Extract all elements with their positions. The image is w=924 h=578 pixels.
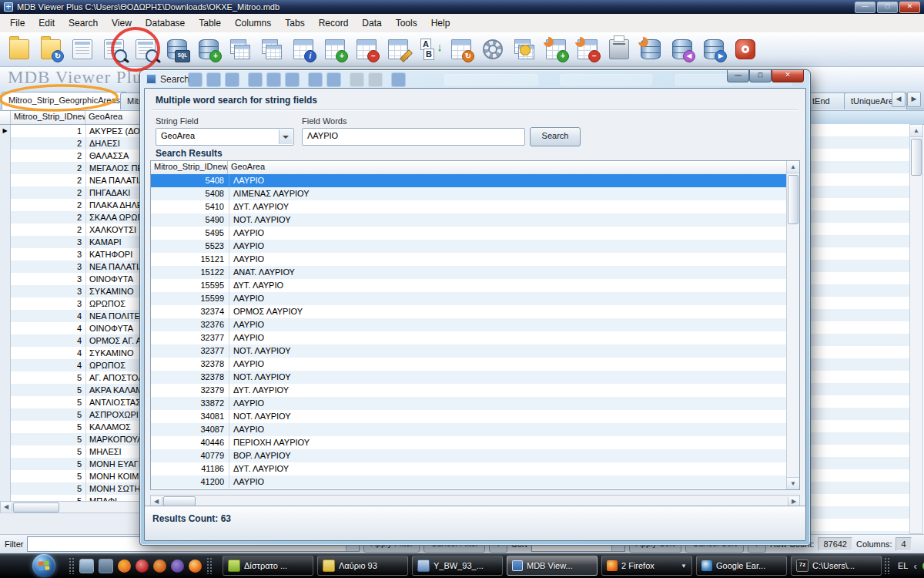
refresh-folder-icon[interactable]: ↻ bbox=[38, 36, 64, 62]
menu-item[interactable]: Edit bbox=[32, 15, 62, 31]
menu-item[interactable]: Database bbox=[139, 15, 192, 31]
table-row[interactable]: 4 ΟΙΝΟΦΥΤΑ bbox=[0, 322, 142, 334]
search-button[interactable]: Search bbox=[530, 127, 581, 146]
menu-item[interactable]: Data bbox=[355, 15, 388, 31]
table-row[interactable]: 4 ΩΡΩΠΟΣ bbox=[0, 359, 142, 371]
table-row[interactable]: 3 ΩΡΩΠΟΣ bbox=[0, 297, 142, 310]
maximize-button[interactable]: □ bbox=[877, 2, 898, 13]
result-row[interactable]: 40446 ΠΕΡΙΟΧΗ ΛΑΥΡΙΟΥ bbox=[151, 436, 787, 449]
combobox-dropdown-icon[interactable] bbox=[279, 129, 293, 144]
open-folder-icon[interactable] bbox=[6, 36, 32, 62]
taskbar-button[interactable]: Y_BW_93_... bbox=[412, 556, 503, 576]
table-columns-icon[interactable] bbox=[259, 36, 285, 62]
import-database-icon[interactable]: ◀ bbox=[669, 36, 695, 62]
close-button[interactable]: ✕ bbox=[899, 2, 920, 13]
table-row[interactable]: 5 ΚΑΛΑΜΟΣ bbox=[0, 421, 142, 433]
vscroll-thumb[interactable] bbox=[788, 175, 798, 224]
taskbar-button[interactable]: MDB View... bbox=[507, 556, 598, 576]
table-row[interactable]: 5 ΜΟΝΗ ΚΟΙΜΗΣΗ bbox=[0, 470, 142, 482]
table-row[interactable]: 5 ΜΟΝΗ ΣΩΤΗΡΑ bbox=[0, 482, 142, 495]
left-grid-hscrollbar[interactable]: ◀ bbox=[0, 501, 143, 513]
menu-item[interactable]: Table bbox=[192, 15, 228, 31]
window-switcher-icon[interactable] bbox=[99, 559, 113, 573]
menu-item[interactable]: Tools bbox=[389, 15, 424, 31]
table-row[interactable]: 4 ΟΡΜΟΣ ΑΓ. ΑΠΟ bbox=[0, 334, 142, 347]
hscroll-thumb[interactable] bbox=[13, 502, 59, 512]
result-row[interactable]: 32378 ΝΟΤ. ΛΑΥΡΙΟΥ bbox=[151, 371, 787, 384]
search-database-icon[interactable] bbox=[101, 36, 127, 62]
menu-item[interactable]: Tabs bbox=[278, 15, 311, 31]
right-grid-vscrollbar[interactable]: ▲ bbox=[909, 124, 923, 534]
result-row[interactable]: 15595 ΔΥΤ. ΛΑΥΡΙΟ bbox=[151, 279, 787, 292]
taskbar-button[interactable]: 2 Firefox▼ bbox=[601, 556, 692, 576]
table-row[interactable]: 3 ΟΙΝΟΦΥΤΑ bbox=[0, 273, 142, 285]
table-row[interactable]: 3 ΚΑΜΑΡΙ bbox=[0, 236, 142, 248]
tab-mitroo-strip-geogrphicareas[interactable]: Mitroo_Strip_GeogrphicAreas bbox=[2, 92, 127, 109]
table-row[interactable]: 5 ΜΑΡΚΟΠΟΥΛΟ bbox=[0, 433, 142, 445]
taskbar-button[interactable]: Google Ear... bbox=[696, 556, 787, 576]
vscroll-thumb[interactable] bbox=[911, 139, 922, 176]
result-row[interactable]: 15121 ΛΑΥΡΙΟ bbox=[151, 253, 787, 266]
table-row[interactable]: 5 ΑΚΡΑ ΚΑΛΑΜΟΣ bbox=[0, 384, 142, 396]
result-row[interactable]: 34081 ΝΟΤ. ΛΑΥΡΙΟΥ bbox=[151, 410, 787, 423]
scroll-down-icon[interactable]: ▼ bbox=[787, 477, 799, 489]
shield-icon[interactable] bbox=[136, 560, 149, 573]
table-row[interactable]: 5 ΜΟΝΗ ΕΥΑΓΓΕΛ bbox=[0, 458, 142, 470]
table-row[interactable]: 5 ΑΣΠΡΟΧΩΡΙ bbox=[0, 408, 142, 421]
table-info-icon[interactable]: i bbox=[290, 36, 316, 62]
settings-icon[interactable] bbox=[480, 36, 506, 62]
dialog-maximize-button[interactable]: □ bbox=[749, 70, 772, 82]
dialog-titlebar[interactable]: Search — □ ✕ bbox=[140, 70, 810, 88]
result-row[interactable]: 5408 ΛΑΥΡΙΟ bbox=[151, 174, 787, 187]
table-row[interactable]: 3 ΝΕΑ ΠΑΛΑΤΙΑ bbox=[0, 260, 142, 273]
minimize-button[interactable]: — bbox=[855, 2, 875, 13]
menu-item[interactable]: Help bbox=[424, 15, 457, 31]
menu-item[interactable]: View bbox=[105, 15, 139, 31]
add-table-icon[interactable]: + bbox=[322, 36, 348, 62]
table-row[interactable]: 3 ΚΑΤΗΦΟΡΙ bbox=[0, 248, 142, 260]
column-header-geoarea[interactable]: GeoArea bbox=[85, 111, 142, 124]
dialog-minimize-button[interactable]: — bbox=[727, 70, 749, 82]
result-row[interactable]: 32378 ΛΑΥΡΙΟ bbox=[151, 358, 787, 371]
menu-item[interactable]: Search bbox=[62, 15, 105, 31]
result-row[interactable]: 5495 ΛΑΥΡΙΟ bbox=[151, 227, 787, 240]
apply-filter-icon[interactable]: + bbox=[543, 36, 569, 62]
table-row[interactable]: 5 ΑΝΤΛΙΟΣΤΑΣΙ bbox=[0, 396, 142, 408]
tab-scroll-left-icon[interactable]: ◀ bbox=[892, 92, 906, 107]
scroll-right-icon[interactable]: ▶ bbox=[788, 497, 799, 506]
group-dropdown-icon[interactable]: ▼ bbox=[681, 563, 687, 570]
start-button[interactable] bbox=[32, 554, 55, 577]
table-row[interactable]: 2 ΜΕΓΑΛΟΣ ΠΕΥΚ bbox=[0, 162, 142, 174]
menu-item[interactable]: Columns bbox=[228, 15, 278, 31]
tab-scroll-right-icon[interactable]: ▶ bbox=[907, 92, 921, 107]
scroll-left-icon[interactable]: ◀ bbox=[151, 497, 162, 506]
result-row[interactable]: 32379 ΔΥΤ. ΛΑΥΡΙΟΥ bbox=[151, 384, 787, 397]
result-row[interactable]: 15122 ΑΝΑΤ. ΛΑΥΡΙΟΥ bbox=[151, 266, 787, 279]
scroll-up-icon[interactable]: ▲ bbox=[910, 125, 922, 137]
result-row[interactable]: 5408 ΛΙΜΕΝΑΣ ΛΑΥΡΙΟΥ bbox=[151, 187, 787, 200]
search-table-icon[interactable] bbox=[132, 36, 159, 62]
result-row[interactable]: 15599 ΛΑΥΡΙΟ bbox=[151, 292, 787, 305]
sql-icon[interactable]: SQL bbox=[164, 36, 190, 62]
scroll-up-icon[interactable]: ▲ bbox=[787, 161, 799, 173]
hidden-icons-chevron-icon[interactable]: ‹ bbox=[913, 560, 916, 572]
scroll-left-icon[interactable]: ◀ bbox=[1, 502, 12, 512]
table-row[interactable]: ▶ 1 ΑΚΥΡΕΣ (ΔΟΚΙΜ bbox=[0, 125, 142, 137]
result-row[interactable]: 32377 ΝΟΤ. ΛΑΥΡΙΟΥ bbox=[151, 344, 787, 358]
field-words-input[interactable]: ΛΑΥΡΙΟ bbox=[302, 128, 525, 146]
delete-table-icon[interactable]: − bbox=[353, 36, 380, 62]
result-row[interactable]: 32374 ΟΡΜΟΣ ΛΑΥΡΙΟΥ bbox=[151, 305, 787, 318]
taskbar-button[interactable]: Λαύριο 93 bbox=[317, 556, 408, 576]
cancel-filter-icon[interactable]: − bbox=[574, 36, 601, 62]
result-row[interactable]: 41200 ΛΑΥΡΙΟ bbox=[151, 476, 787, 489]
menu-item[interactable]: Record bbox=[312, 15, 356, 31]
browser-icon[interactable] bbox=[153, 560, 166, 573]
language-indicator[interactable]: EL bbox=[898, 561, 908, 570]
result-row[interactable]: 32377 ΛΑΥΡΙΟ bbox=[151, 331, 787, 344]
export-database-icon[interactable] bbox=[638, 36, 664, 62]
result-row[interactable]: 33872 ΛΑΥΡΙΟ bbox=[151, 397, 787, 410]
column-header-idnew[interactable]: Mitroo_Strip_IDnew bbox=[11, 111, 85, 124]
result-row[interactable]: 5523 ΛΑΥΡΙΟ bbox=[151, 240, 787, 253]
result-row[interactable]: 5490 ΝΟΤ. ΛΑΥΡΙΟΥ bbox=[151, 213, 787, 227]
show-desktop-icon[interactable] bbox=[79, 559, 94, 573]
